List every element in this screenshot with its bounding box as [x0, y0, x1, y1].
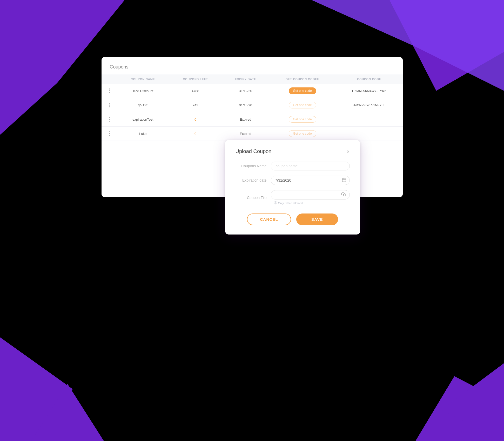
svg-marker-3 [0, 337, 73, 441]
coupon-code-cell: H6MM-S6M4W7-EYK2 [336, 84, 403, 98]
svg-rect-8 [342, 178, 346, 182]
dialog-header: Upload Coupon × [236, 148, 350, 154]
col-coupon-name: COUPON NAME [117, 74, 169, 84]
coupon-code-text: H4CN-63WR7D-R2LE [353, 104, 386, 107]
dialog-title: Upload Coupon [236, 148, 272, 154]
coupon-table: COUPON NAME COUPONS LEFT EXPIRY DATE GET… [102, 74, 403, 141]
table-row: 10% Discount478831/12/20Get one codeH6MM… [102, 84, 403, 98]
expiry-date-cell: 01/10/20 [222, 98, 269, 112]
row-actions-cell [102, 98, 117, 112]
coupons-left-cell: 0 [169, 112, 222, 127]
table-row: expirationTest0ExpiredGet one code [102, 112, 403, 127]
coupons-left-cell: 0 [169, 127, 222, 141]
dots-menu[interactable] [107, 117, 112, 122]
date-input-wrap [271, 176, 350, 185]
get-code-cell: Get one code [269, 127, 335, 141]
expiry-date-cell: Expired [222, 127, 269, 141]
svg-marker-1 [389, 0, 504, 67]
dialog-close-button[interactable]: × [347, 149, 350, 154]
file-input-wrap: ⓘ Only txt file allowed [271, 190, 350, 205]
panel-title: Coupons [102, 64, 403, 74]
calendar-button[interactable] [339, 176, 350, 185]
save-button[interactable]: SAVE [296, 213, 338, 225]
col-coupons-left: COUPONS LEFT [169, 74, 222, 84]
table-row: Luke0ExpiredGet one code [102, 127, 403, 141]
row-actions-cell [102, 84, 117, 98]
cancel-button[interactable]: CANCEL [247, 213, 291, 225]
expiry-date-cell: Expired [222, 112, 269, 127]
upload-coupon-dialog: Upload Coupon × Coupons Name Expiration … [225, 140, 360, 235]
coupon-name-cell: expirationTest [117, 112, 169, 127]
coupon-code-cell [336, 112, 403, 127]
col-get-coupon-code: GET COUPON CODEE [269, 74, 335, 84]
get-one-code-button[interactable]: Get one code [289, 130, 316, 137]
expiry-date-cell: 31/12/20 [222, 84, 269, 98]
file-hint: ⓘ Only txt file allowed [271, 201, 350, 205]
dialog-actions: CANCEL SAVE [236, 213, 350, 225]
coupons-left-cell: 243 [169, 98, 222, 112]
row-actions-cell [102, 112, 117, 127]
get-code-cell: Get one code [269, 112, 335, 127]
col-actions [102, 74, 117, 84]
coupons-left-cell: 4788 [169, 84, 222, 98]
coupon-file-label: Coupon File [236, 196, 267, 200]
get-one-code-button[interactable]: Get one code [289, 116, 316, 123]
col-coupon-code: COUPON CODE [336, 74, 403, 84]
file-input-row [271, 190, 350, 199]
svg-marker-5 [441, 363, 504, 441]
coupon-code-cell: H4CN-63WR7D-R2LE [336, 98, 403, 112]
dots-menu[interactable] [107, 131, 112, 136]
coupons-left-zero: 0 [194, 118, 196, 121]
coupon-code-text: H6MM-S6M4W7-EYK2 [352, 89, 386, 93]
expiration-date-field: Expiration date [236, 176, 350, 185]
get-code-cell: Get one code [269, 98, 335, 112]
coupon-file-field: Coupon File ⓘ Only txt file allowed [236, 190, 350, 205]
coupon-name-cell: 10% Discount [117, 84, 169, 98]
col-expiry-date: EXPIRY DATE [222, 74, 269, 84]
svg-marker-2 [389, 0, 504, 91]
get-one-code-button[interactable]: Get one code [289, 87, 316, 94]
info-icon: ⓘ [274, 201, 277, 205]
table-row: $5 Off24301/10/20Get one codeH4CN-63WR7D… [102, 98, 403, 112]
coupon-name-cell: Luke [117, 127, 169, 141]
expiration-date-input[interactable] [271, 176, 339, 184]
get-one-code-button[interactable]: Get one code [289, 102, 316, 108]
coupons-left-zero: 0 [194, 132, 196, 136]
row-actions-cell [102, 127, 117, 141]
svg-marker-7 [31, 384, 104, 441]
coupon-name-field: Coupons Name [236, 162, 350, 170]
dots-menu[interactable] [107, 103, 112, 107]
file-upload-button[interactable] [338, 190, 350, 199]
expiration-date-label: Expiration date [236, 178, 267, 182]
coupon-name-cell: $5 Off [117, 98, 169, 112]
coupon-name-label: Coupons Name [236, 164, 267, 168]
coupon-code-cell [336, 127, 403, 141]
get-code-cell: Get one code [269, 84, 335, 98]
coupon-file-input[interactable] [271, 191, 338, 199]
dots-menu[interactable] [107, 88, 112, 93]
svg-marker-4 [415, 376, 504, 441]
coupon-name-input[interactable] [271, 162, 350, 170]
